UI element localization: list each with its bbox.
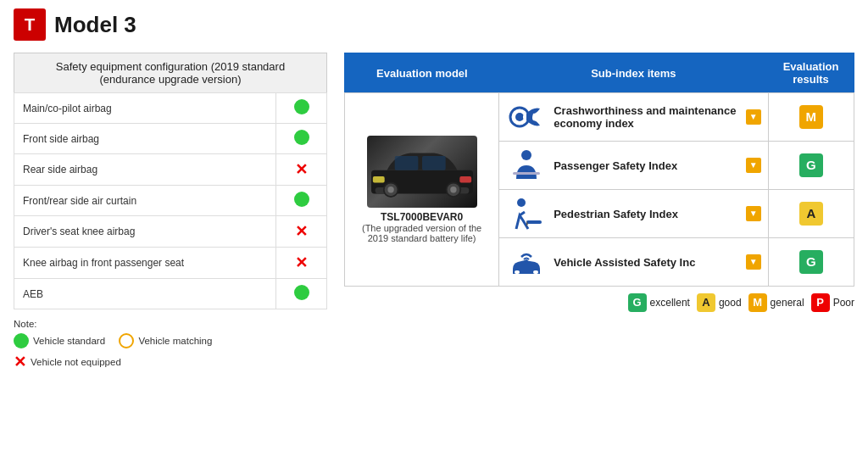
result-cell: A [768, 190, 854, 238]
table-row: Rear side airbag ✕ [14, 154, 327, 186]
sub-row: Crashworthiness and maintenance economy … [506, 98, 760, 136]
green-dot-icon [294, 99, 309, 114]
red-x-icon: ✕ [295, 254, 308, 271]
table-caption: Safety equipment configuration (2019 sta… [14, 53, 327, 92]
svg-rect-15 [523, 115, 526, 119]
svg-rect-9 [394, 156, 418, 170]
sub-index-label: Pedestrian Safety Index [554, 208, 738, 220]
note-vehicle-standard: Vehicle standard [33, 333, 105, 350]
legend-label: Poor [833, 297, 854, 309]
safety-item-status: ✕ [276, 154, 327, 186]
svg-point-14 [515, 113, 524, 121]
legend-label: general [771, 297, 804, 309]
page-header: T Model 3 [14, 8, 854, 41]
sub-index-cell: Vehicle Assisted Safety Inc ▼ [499, 238, 768, 287]
car-image [367, 136, 477, 208]
safety-item-status [276, 186, 327, 216]
note-vehicle-matching: Vehicle matching [138, 333, 212, 350]
safety-item-label: Front/rear side air curtain [14, 186, 276, 216]
sub-index-cell: Crashworthiness and maintenance economy … [499, 93, 768, 142]
car-svg-icon [371, 147, 473, 198]
safety-item-label: Main/co-pilot airbag [14, 93, 276, 124]
safety-item-status [276, 93, 327, 124]
page-title: Model 3 [54, 12, 136, 38]
sub-index-cell: Passenger Safety Index ▼ [499, 142, 768, 190]
sub-index-label: Passenger Safety Index [554, 159, 738, 172]
red-x-icon: ✕ [295, 223, 308, 240]
red-x-icon: ✕ [295, 161, 308, 178]
model-code: TSL7000BEVAR0 [352, 211, 492, 223]
yellow-circle-icon [119, 333, 134, 348]
sub-index-label: Vehicle Assisted Safety Inc [554, 256, 738, 269]
dropdown-arrow-icon[interactable]: ▼ [746, 206, 761, 221]
dropdown-arrow-icon[interactable]: ▼ [746, 254, 761, 270]
legend-row: G excellentA goodM generalP Poor [344, 293, 854, 312]
safety-item-status: ✕ [276, 216, 327, 248]
green-dot-icon [294, 192, 309, 207]
svg-point-7 [387, 187, 393, 192]
legend-badge: A [697, 293, 715, 312]
svg-rect-22 [533, 270, 538, 274]
result-badge: G [799, 153, 823, 177]
table-row: Main/co-pilot airbag [14, 93, 327, 124]
result-cell: G [768, 142, 854, 190]
table-row: Front/rear side air curtain [14, 186, 327, 216]
main-layout: Safety equipment configuration (2019 sta… [14, 53, 854, 376]
sub-row: Vehicle Assisted Safety Inc ▼ [506, 243, 760, 281]
red-x-icon: ✕ [14, 349, 26, 376]
safety-equipment-table: Safety equipment configuration (2019 sta… [14, 53, 327, 309]
header-sub: Sub-index items [499, 53, 768, 93]
svg-point-18 [517, 198, 526, 207]
safety-item-status [276, 124, 327, 154]
sub-row: Pedestrian Safety Index ▼ [506, 195, 760, 232]
dropdown-arrow-icon[interactable]: ▼ [746, 109, 761, 125]
sub-index-icon [506, 195, 547, 232]
svg-rect-11 [372, 176, 384, 182]
safety-item-status: ✕ [276, 248, 327, 279]
sub-index-cell: Pedestrian Safety Index ▼ [499, 190, 768, 238]
svg-rect-12 [459, 176, 471, 182]
sub-index-icon [506, 243, 547, 281]
legend-badge: M [748, 293, 767, 312]
result-badge: G [799, 250, 823, 274]
evaluation-table: Evaluation model Sub-index items Evaluat… [344, 53, 854, 287]
table-row: AEB [14, 279, 327, 309]
sub-index-icon [506, 147, 547, 184]
result-badge: A [799, 202, 823, 226]
svg-text:T: T [25, 14, 36, 34]
safety-item-label: Knee airbag in front passenger seat [14, 248, 276, 279]
svg-point-16 [521, 150, 531, 160]
table-row: Driver's seat knee airbag ✕ [14, 216, 327, 248]
eval-row: TSL7000BEVAR0 (The upgraded version of t… [345, 93, 854, 142]
header-model: Evaluation model [345, 53, 499, 93]
header-result: Evaluation results [768, 53, 854, 93]
result-badge: M [799, 105, 823, 129]
model-description: (The upgraded version of the 2019 standa… [352, 223, 492, 243]
safety-item-label: Rear side airbag [14, 154, 276, 186]
safety-item-status [276, 279, 327, 309]
note-section: Note: Vehicle standard Vehicle matching … [14, 316, 327, 376]
legend-item: M general [748, 293, 804, 312]
dropdown-arrow-icon[interactable]: ▼ [746, 158, 761, 173]
note-not-equipped: Vehicle not equipped [31, 354, 121, 371]
legend-item: A good [697, 293, 742, 312]
svg-point-23 [525, 259, 528, 263]
right-panel: Evaluation model Sub-index items Evaluat… [344, 53, 854, 376]
green-dot-icon [14, 333, 29, 348]
safety-item-label: Driver's seat knee airbag [14, 216, 276, 248]
safety-item-label: AEB [14, 279, 276, 309]
tesla-logo-icon: T [14, 8, 46, 41]
green-dot-icon [294, 130, 309, 145]
sub-row: Passenger Safety Index ▼ [506, 147, 760, 184]
legend-label: good [719, 297, 742, 309]
sub-index-label: Crashworthiness and maintenance economy … [554, 104, 738, 130]
svg-rect-17 [513, 172, 540, 175]
svg-rect-10 [422, 156, 446, 170]
legend-label: excellent [650, 297, 690, 309]
result-cell: M [768, 93, 854, 142]
sub-index-icon [506, 98, 547, 136]
svg-point-8 [450, 187, 456, 192]
svg-rect-21 [515, 270, 520, 274]
svg-rect-19 [526, 220, 542, 224]
left-panel: Safety equipment configuration (2019 sta… [14, 53, 327, 376]
